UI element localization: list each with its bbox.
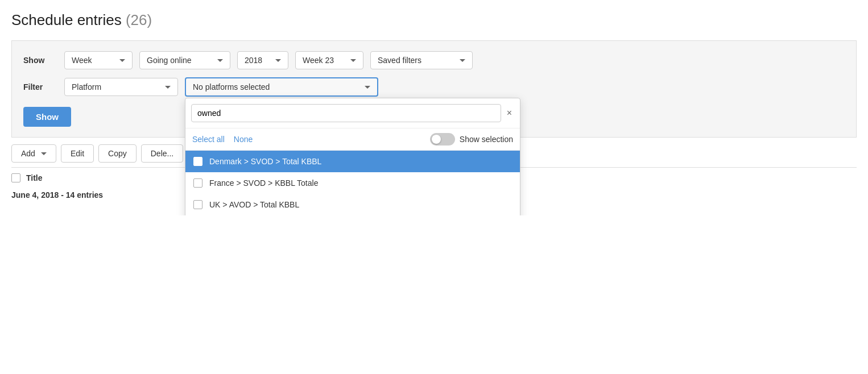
platform-value-dropdown[interactable]: No platforms selected: [185, 77, 378, 97]
platform-dropdown-list: Denmark > SVOD > Total KBBL France > SVO…: [185, 151, 520, 215]
going-online-dropdown[interactable]: Going online: [139, 51, 230, 69]
platform-value-dropdown-container: No platforms selected × Select all None: [185, 77, 378, 97]
platform-dropdown-overlay: × Select all None Show selection: [185, 98, 520, 215]
filter-panel: Show Week Going online 2018 Week 23: [11, 40, 857, 138]
platform-search-input[interactable]: [191, 104, 501, 122]
clear-search-icon[interactable]: ×: [505, 108, 514, 118]
year-dropdown[interactable]: 2018: [237, 51, 288, 69]
page-title: Schedule entries (26): [11, 11, 857, 29]
week-num-dropdown[interactable]: Week 23: [295, 51, 363, 69]
going-online-chevron-icon: [217, 59, 223, 62]
item-checkbox-2: [193, 178, 202, 188]
copy-button[interactable]: Copy: [98, 144, 137, 163]
week-dropdown[interactable]: Week: [64, 51, 133, 69]
select-all-checkbox[interactable]: [11, 173, 20, 182]
dropdown-search-row: ×: [185, 98, 520, 128]
show-label: Show: [23, 56, 57, 65]
filter-label: Filter: [23, 82, 57, 92]
platform-type-dropdown[interactable]: Platform: [64, 78, 178, 96]
item-checkbox-1: [193, 157, 202, 166]
item-checkbox-3: [193, 200, 202, 209]
show-selection-toggle[interactable]: [430, 133, 455, 146]
saved-filters-dropdown[interactable]: Saved filters: [370, 51, 473, 69]
platform-value-chevron-icon: [365, 86, 370, 89]
platform-type-dropdown-wrapper: Platform: [64, 78, 178, 96]
week-chevron-icon: [119, 59, 125, 62]
platform-filter-row: Filter Platform No platforms selected ×: [23, 77, 845, 97]
add-button[interactable]: Add: [11, 144, 56, 163]
list-item[interactable]: UK > AVOD > Total KBBL: [185, 194, 520, 215]
show-selection-toggle-wrapper: Show selection: [430, 133, 513, 146]
saved-filters-chevron-icon: [460, 59, 465, 62]
select-all-link[interactable]: Select all: [192, 135, 225, 144]
week-num-chevron-icon: [350, 59, 356, 62]
add-chevron-icon: [41, 152, 47, 155]
list-item[interactable]: France > SVOD > KBBL Totale: [185, 172, 520, 194]
dropdown-actions-row: Select all None Show selection: [185, 128, 520, 151]
show-filter-row: Show Week Going online 2018 Week 23: [23, 51, 845, 69]
list-item[interactable]: Denmark > SVOD > Total KBBL: [185, 151, 520, 172]
delete-button[interactable]: Dele...: [141, 144, 183, 163]
show-button[interactable]: Show: [23, 107, 71, 127]
saved-filters-dropdown-wrapper: Saved filters: [370, 51, 473, 69]
year-chevron-icon: [275, 59, 281, 62]
edit-button[interactable]: Edit: [61, 144, 94, 163]
title-column-header: Title: [26, 173, 43, 182]
year-dropdown-wrapper: 2018: [237, 51, 288, 69]
platform-type-chevron-icon: [165, 86, 171, 89]
week-dropdown-wrapper: Week: [64, 51, 133, 69]
show-selection-label: Show selection: [460, 135, 513, 144]
toggle-knob: [432, 135, 441, 144]
none-link[interactable]: None: [234, 135, 253, 144]
going-online-dropdown-wrapper: Going online: [139, 51, 230, 69]
week-num-dropdown-wrapper: Week 23: [295, 51, 363, 69]
